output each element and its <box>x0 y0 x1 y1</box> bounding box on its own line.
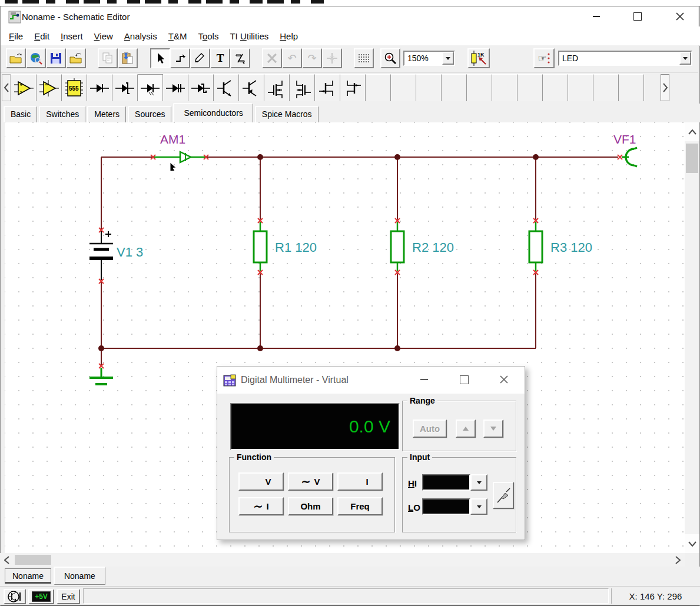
tab-switches[interactable]: Switches <box>39 106 85 122</box>
maximize-button[interactable] <box>624 6 651 26</box>
component-photodiode-button[interactable] <box>163 74 188 101</box>
ammeter-am1[interactable] <box>151 152 208 162</box>
menu-insert[interactable]: Insert <box>61 31 83 41</box>
component-scroll-right-button[interactable] <box>661 74 669 101</box>
menu-file[interactable]: File <box>9 31 23 41</box>
open-file-button[interactable] <box>6 48 26 68</box>
resistor-r3[interactable] <box>529 157 542 348</box>
zoom-button[interactable] <box>380 48 400 68</box>
tab-sources[interactable]: Sources <box>128 106 171 122</box>
component-opamp-power-button[interactable] <box>37 74 62 101</box>
scroll-left-button[interactable] <box>0 553 13 567</box>
page-tab-noname-2[interactable]: Noname <box>54 567 105 585</box>
label-r3[interactable]: R3 120 <box>550 240 592 255</box>
grid-toggle-button[interactable] <box>354 48 374 68</box>
input-hi-dropdown-button[interactable] <box>470 474 487 491</box>
input-hi-field[interactable] <box>422 474 470 491</box>
function-freq-button[interactable]: Freq <box>337 497 383 515</box>
multimeter-close-button[interactable] <box>493 370 515 389</box>
function-dc-current-button[interactable]: I <box>337 472 383 491</box>
exit-button[interactable]: Exit <box>57 589 80 604</box>
text-tool-button[interactable]: T <box>210 48 230 68</box>
multimeter-title-bar[interactable]: Digital Multimeter - Virtual <box>217 367 525 394</box>
component-opamp-button[interactable] <box>11 74 37 101</box>
component-pnp-transistor-button[interactable] <box>239 74 264 101</box>
function-dc-voltage-button[interactable]: V <box>238 472 284 491</box>
menu-help[interactable]: Help <box>280 31 298 41</box>
component-value-button[interactable]: 1K <box>467 48 490 68</box>
component-schottky-diode-button[interactable] <box>188 74 214 101</box>
open-from-web-button[interactable] <box>26 48 46 68</box>
function-ohm-button[interactable]: Ohm <box>288 497 333 515</box>
label-r1[interactable]: R1 120 <box>275 240 317 255</box>
tab-spice-macros[interactable]: Spice Macros <box>255 106 319 122</box>
reopen-button[interactable] <box>66 48 86 68</box>
page-tab-noname-1[interactable]: Noname <box>5 568 51 584</box>
component-led-button[interactable] <box>138 74 163 101</box>
macro-mode-button[interactable] <box>4 589 26 604</box>
vertical-scrollbar[interactable] <box>685 122 699 553</box>
paste-button[interactable] <box>118 48 138 68</box>
function-ac-current-button[interactable]: ∼I <box>238 497 284 515</box>
label-r2[interactable]: R2 120 <box>412 240 454 255</box>
zoom-level-combobox[interactable]: 150% <box>403 51 455 66</box>
menu-ti-utilities[interactable]: TI Utilities <box>230 31 268 41</box>
vertical-scroll-thumb[interactable] <box>686 144 698 173</box>
label-vf1[interactable]: VF1 <box>613 132 636 146</box>
component-scroll-left-button[interactable] <box>2 74 11 101</box>
component-pjfet-button[interactable] <box>340 74 366 101</box>
zoom-level-dropdown-button[interactable] <box>442 52 454 65</box>
minimize-button[interactable] <box>583 6 610 26</box>
origin-button[interactable] <box>322 48 342 68</box>
scroll-up-button[interactable] <box>685 122 699 141</box>
component-search-combobox[interactable]: LED <box>558 51 692 66</box>
ground-symbol[interactable] <box>89 348 113 384</box>
component-nmos-button[interactable] <box>264 74 290 101</box>
menu-view[interactable]: View <box>94 31 113 41</box>
multimeter-minimize-button[interactable] <box>413 370 435 389</box>
close-button[interactable] <box>666 6 694 26</box>
scroll-down-button[interactable] <box>685 534 699 553</box>
power-5v-button[interactable]: +5V <box>28 589 54 604</box>
save-button[interactable] <box>46 48 66 68</box>
input-lo-field[interactable] <box>422 498 470 515</box>
wire-tool-button[interactable] <box>170 48 190 68</box>
tab-semiconductors[interactable]: Semiconductors <box>173 103 253 122</box>
battery-v1[interactable] <box>89 228 113 284</box>
probe-button[interactable] <box>493 482 514 509</box>
redo-button[interactable]: ↷ <box>302 48 322 68</box>
voltage-pin-vf1[interactable] <box>618 148 637 167</box>
horizontal-scrollbar[interactable] <box>0 553 685 567</box>
label-v1[interactable]: V1 3 <box>117 245 143 259</box>
resistor-r1[interactable] <box>254 157 267 348</box>
menu-edit[interactable]: Edit <box>34 31 49 41</box>
multimeter-dialog[interactable]: Digital Multimeter - Virtual 0.0 V Range… <box>217 366 525 540</box>
component-555-timer-button[interactable]: 555 <box>62 74 87 101</box>
input-lo-dropdown-button[interactable] <box>470 498 487 515</box>
flag-tool-button[interactable] <box>230 48 250 68</box>
resistor-r2[interactable] <box>391 157 404 348</box>
component-pmos-button[interactable] <box>290 74 315 101</box>
component-njfet-button[interactable] <box>315 74 340 101</box>
find-component-button[interactable]: ☞ <box>533 48 555 68</box>
menu-tm[interactable]: T&M <box>168 31 187 41</box>
range-down-button[interactable] <box>483 419 503 438</box>
range-auto-button[interactable]: Auto <box>413 419 447 438</box>
component-diode-button[interactable] <box>87 74 112 101</box>
function-ac-voltage-button[interactable]: ∼V <box>288 472 333 491</box>
component-zener-diode-button[interactable] <box>112 74 138 101</box>
component-npn-transistor-button[interactable] <box>214 74 239 101</box>
range-up-button[interactable] <box>456 419 476 438</box>
multimeter-maximize-button[interactable] <box>453 370 475 389</box>
tab-basic[interactable]: Basic <box>4 106 37 122</box>
select-tool-button[interactable] <box>150 48 170 68</box>
scroll-right-button[interactable] <box>671 553 684 567</box>
cut-button[interactable] <box>262 48 282 68</box>
horizontal-scroll-thumb[interactable] <box>15 555 51 565</box>
copy-button[interactable] <box>98 48 118 68</box>
menu-analysis[interactable]: Analysis <box>124 31 157 41</box>
tab-meters[interactable]: Meters <box>87 106 126 122</box>
menu-tools[interactable]: Tools <box>198 31 218 41</box>
component-search-dropdown-button[interactable] <box>679 52 691 65</box>
undo-button[interactable]: ↶ <box>282 48 302 68</box>
